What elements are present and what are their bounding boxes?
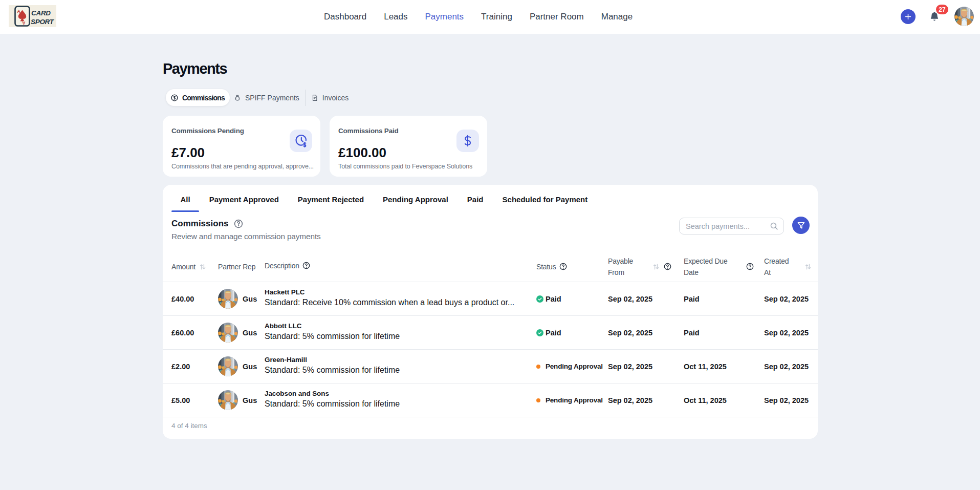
svg-text:CARD: CARD	[31, 9, 51, 17]
svg-text:A: A	[17, 9, 20, 14]
svg-text:SPORT: SPORT	[31, 18, 55, 26]
